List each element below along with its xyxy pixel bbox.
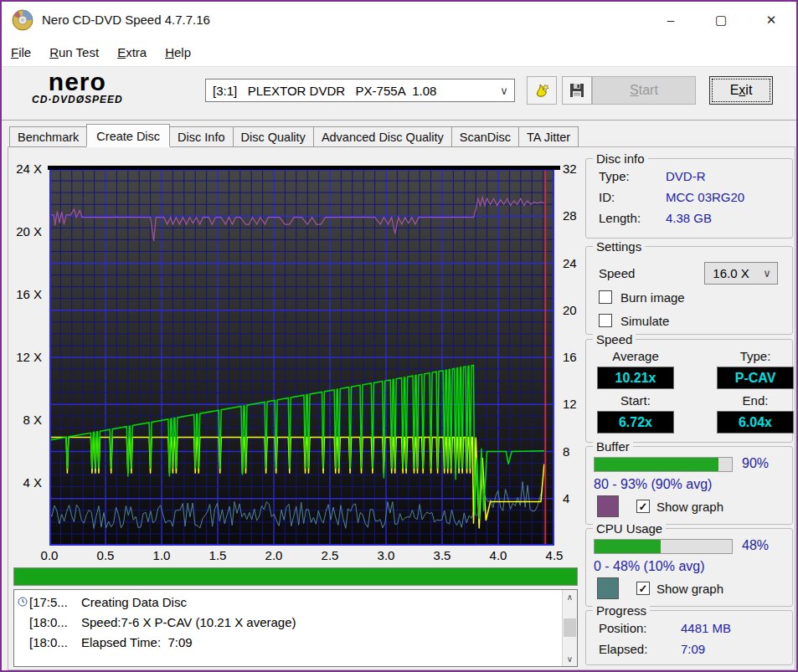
- disc-info-group: Disc info Type: DVD-R ID: MCC 03RG20 Len…: [585, 158, 793, 239]
- scroll-thumb[interactable]: [564, 618, 576, 637]
- scroll-up-icon[interactable]: ∧: [563, 590, 577, 604]
- tab-benchmark[interactable]: Benchmark: [9, 126, 87, 147]
- log-row[interactable]: [18:0...Speed:7-6 X P-CAV (10.21 X avera…: [16, 612, 561, 632]
- status-log[interactable]: [17:5...Creating Data Disc[18:0...Speed:…: [13, 589, 578, 667]
- simulate-checkbox[interactable]: [599, 314, 612, 327]
- start-label: Start:: [597, 393, 674, 408]
- disc-length-label: Length:: [599, 211, 641, 225]
- average-speed-display: 10.21x: [597, 367, 674, 389]
- toolbar: nero CD·DVDØSPEED [3:1] PLEXTOR DVDR PX-…: [2, 67, 796, 121]
- x-axis-labels: 0.00.51.01.52.02.53.03.54.04.5: [49, 548, 554, 565]
- log-message: Speed:7-6 X P-CAV (10.21 X average): [81, 615, 296, 629]
- left-axis-tick-label: 16 X: [16, 287, 42, 301]
- left-axis-tick-label: 24 X: [16, 162, 42, 176]
- minimize-button[interactable]: –: [646, 2, 696, 38]
- menu-extra[interactable]: Extra: [108, 40, 156, 64]
- log-timestamp: [18:0...: [29, 615, 81, 629]
- chevron-down-icon: ∨: [494, 85, 514, 97]
- left-axis-tick-label: 8 X: [23, 413, 42, 427]
- buffer-group: Buffer 90% 80 - 93% (90% avg) Show graph: [585, 446, 793, 525]
- settings-title: Settings: [593, 239, 645, 254]
- log-info-icon: [16, 597, 29, 607]
- x-axis-tick-label: 1.5: [209, 548, 227, 562]
- buffer-show-graph-checkbox[interactable]: [636, 500, 650, 513]
- log-scrollbar[interactable]: ∧ ∨: [562, 590, 577, 666]
- right-axis-labels: 32282420161284: [559, 169, 583, 546]
- nero-logo: nero CD·DVDØSPEED: [32, 70, 123, 105]
- buffer-percent: 90%: [742, 456, 769, 471]
- left-axis-labels: 24 X20 X16 X12 X8 X4 X: [2, 169, 46, 546]
- buffer-bar: [594, 457, 733, 472]
- nero-logo-text: nero: [32, 70, 123, 94]
- right-axis-tick-label: 8: [563, 444, 569, 459]
- right-axis-tick-label: 12: [563, 397, 577, 411]
- menu-file[interactable]: File: [2, 40, 40, 64]
- type-label: Type:: [717, 349, 794, 363]
- write-progress-bar: [13, 567, 578, 586]
- cpu-bar: [594, 539, 733, 554]
- tab-disc-info[interactable]: Disc Info: [170, 126, 233, 147]
- buffer-show-graph-label: Show graph: [656, 500, 723, 514]
- tab-scandisc[interactable]: ScanDisc: [452, 126, 519, 147]
- log-message: Elapsed Time: 7:09: [81, 635, 193, 649]
- close-button[interactable]: ✕: [746, 2, 796, 38]
- burn-button[interactable]: [527, 76, 557, 105]
- right-axis-tick-label: 4: [563, 491, 569, 505]
- save-button[interactable]: [562, 76, 592, 105]
- speed-group-title: Speed: [593, 332, 636, 346]
- burn-icon: [533, 81, 551, 100]
- log-message: Creating Data Disc: [81, 595, 187, 609]
- x-axis-tick-label: 3.0: [378, 548, 395, 562]
- chart-svg: [49, 169, 554, 546]
- log-rows: [17:5...Creating Data Disc[18:0...Speed:…: [16, 592, 561, 664]
- tab-bar: BenchmarkCreate DiscDisc InfoDisc Qualit…: [9, 126, 579, 147]
- end-label: End:: [717, 393, 794, 408]
- burn-image-checkbox[interactable]: [599, 290, 612, 304]
- tab-ta-jitter[interactable]: TA Jitter: [519, 126, 579, 147]
- progress-title: Progress: [593, 603, 650, 618]
- x-axis-tick-label: 2.5: [322, 548, 339, 562]
- app-icon: [12, 9, 33, 31]
- end-speed-display: 6.04x: [717, 411, 794, 433]
- speed-type-display: P-CAV: [717, 367, 794, 389]
- position-label: Position:: [599, 621, 647, 635]
- log-row[interactable]: [17:5...Creating Data Disc: [16, 592, 561, 612]
- disc-type-value: DVD-R: [666, 169, 706, 183]
- cpu-group: CPU Usage 48% 0 - 48% (10% avg) Show gra…: [585, 528, 793, 607]
- cpu-bar-fill: [595, 540, 661, 553]
- menu-help[interactable]: Help: [156, 40, 200, 64]
- speed-setting-label: Speed: [599, 266, 635, 280]
- right-axis-tick-label: 24: [563, 256, 577, 270]
- right-axis-tick-label: 32: [563, 162, 577, 176]
- cpu-show-graph-checkbox[interactable]: [636, 582, 650, 595]
- menu-run-test[interactable]: Run Test: [40, 40, 108, 64]
- disc-info-title: Disc info: [593, 151, 648, 166]
- tab-disc-quality[interactable]: Disc Quality: [234, 126, 314, 147]
- x-axis-tick-label: 4.0: [490, 548, 507, 562]
- exit-button[interactable]: Exit: [709, 76, 773, 105]
- window-title: Nero CD-DVD Speed 4.7.7.16: [42, 13, 210, 27]
- cpu-percent: 48%: [742, 538, 769, 553]
- maximize-button[interactable]: ▢: [696, 2, 746, 38]
- title-bar: Nero CD-DVD Speed 4.7.7.16 – ▢ ✕: [2, 2, 796, 38]
- log-row[interactable]: [18:0...Elapsed Time: 7:09: [16, 632, 561, 652]
- drive-select[interactable]: [3:1] PLEXTOR DVDR PX-755A 1.08 ∨: [205, 79, 515, 102]
- disc-length-value: 4.38 GB: [666, 211, 712, 225]
- tab-create-disc[interactable]: Create Disc: [86, 124, 170, 147]
- start-button[interactable]: Start: [592, 76, 696, 105]
- save-icon: [569, 82, 585, 99]
- right-axis-tick-label: 16: [563, 350, 577, 364]
- buffer-color-swatch: [597, 495, 619, 517]
- simulate-label: Simulate: [620, 314, 669, 328]
- menu-bar: File Run Test Extra Help: [2, 38, 796, 67]
- log-timestamp: [17:5...: [29, 595, 81, 609]
- scroll-down-icon[interactable]: ∨: [563, 652, 577, 666]
- speed-group: Speed Average Type: 10.21x P-CAV Start: …: [585, 339, 793, 443]
- speed-select[interactable]: 16.0 X ∨: [704, 262, 778, 285]
- chart-top-border: [48, 166, 560, 170]
- disc-type-label: Type:: [599, 169, 630, 183]
- x-axis-tick-label: 3.5: [434, 548, 451, 562]
- position-value: 4481 MB: [681, 621, 731, 635]
- drive-select-value: [3:1] PLEXTOR DVDR PX-755A 1.08: [206, 84, 494, 98]
- tab-advanced-disc-quality[interactable]: Advanced Disc Quality: [314, 126, 452, 147]
